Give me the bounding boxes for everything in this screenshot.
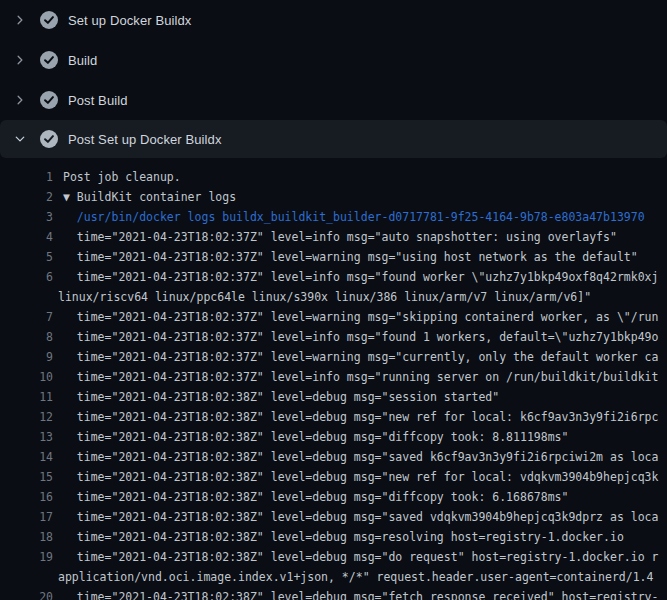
check-circle-icon	[40, 51, 58, 69]
chevron-down-icon	[12, 131, 28, 147]
log-line-text: time="2021-04-23T18:02:37Z" level=warnin…	[53, 307, 667, 327]
step-label: Build	[68, 53, 97, 68]
check-circle-icon	[40, 130, 58, 148]
log-line-number[interactable]: 19	[0, 547, 53, 567]
log-line-text: time="2021-04-23T18:02:38Z" level=debug …	[53, 467, 667, 487]
log-line-number[interactable]: 2	[0, 187, 53, 207]
log-line-text: time="2021-04-23T18:02:38Z" level=debug …	[53, 587, 667, 600]
log-line: 1 Post job cleanup.	[0, 167, 667, 187]
log-line-text: time="2021-04-23T18:02:37Z" level=warnin…	[53, 247, 667, 267]
log-line-text: time="2021-04-23T18:02:37Z" level=info m…	[53, 267, 667, 287]
log-line: 19 time="2021-04-23T18:02:38Z" level=deb…	[0, 547, 667, 567]
log-line: 16 time="2021-04-23T18:02:38Z" level=deb…	[0, 487, 667, 507]
log-line-command: 3 /usr/bin/docker logs buildx_buildkit_b…	[0, 207, 667, 227]
log-line: 9 time="2021-04-23T18:02:37Z" level=warn…	[0, 347, 667, 367]
log-line-number[interactable]: 10	[0, 367, 53, 387]
log-line-text: /usr/bin/docker logs buildx_buildkit_bui…	[53, 207, 667, 227]
log-line-text: linux/riscv64 linux/ppc64le linux/s390x …	[53, 287, 667, 307]
log-line-number[interactable]: 20	[0, 587, 53, 600]
log-line-number[interactable]: 4	[0, 227, 53, 247]
log-line-number[interactable]: 9	[0, 347, 53, 367]
check-circle-icon	[40, 91, 58, 109]
steps-list: Set up Docker Buildx Build Post Build Po…	[0, 0, 667, 158]
step-label: Post Build	[68, 93, 128, 108]
check-circle-icon	[40, 11, 58, 29]
log-line-text: time="2021-04-23T18:02:37Z" level=info m…	[53, 367, 667, 387]
log-line-text: time="2021-04-23T18:02:37Z" level=info m…	[53, 327, 667, 347]
log-line-number[interactable]: 13	[0, 427, 53, 447]
log-line: 20 time="2021-04-23T18:02:38Z" level=deb…	[0, 587, 667, 600]
step-header-post-build[interactable]: Post Build	[0, 80, 667, 120]
step-label: Post Set up Docker Buildx	[68, 132, 222, 147]
step-header-set-up-docker-buildx[interactable]: Set up Docker Buildx	[0, 0, 667, 40]
log-line-text: application/vnd.oci.image.index.v1+json,…	[53, 567, 667, 587]
log-line-number[interactable]: 6	[0, 267, 53, 287]
log-line-text: time="2021-04-23T18:02:38Z" level=debug …	[53, 387, 667, 407]
log-line-text[interactable]: ▼ BuildKit container logs	[53, 187, 667, 207]
log-line-text: time="2021-04-23T18:02:38Z" level=debug …	[53, 547, 667, 567]
log-line-text: time="2021-04-23T18:02:38Z" level=debug …	[53, 487, 667, 507]
log-viewer: 1 Post job cleanup. 2 ▼ BuildKit contain…	[0, 160, 667, 600]
log-line-continuation: application/vnd.oci.image.index.v1+json,…	[0, 567, 667, 587]
log-line-text: Post job cleanup.	[53, 167, 667, 187]
log-line: 6 time="2021-04-23T18:02:37Z" level=info…	[0, 267, 667, 287]
chevron-right-icon	[12, 12, 28, 28]
log-line-continuation: linux/riscv64 linux/ppc64le linux/s390x …	[0, 287, 667, 307]
log-line: 13 time="2021-04-23T18:02:38Z" level=deb…	[0, 427, 667, 447]
log-line-number[interactable]: 17	[0, 507, 53, 527]
log-line-text: time="2021-04-23T18:02:38Z" level=debug …	[53, 447, 667, 467]
log-line: 4 time="2021-04-23T18:02:37Z" level=info…	[0, 227, 667, 247]
step-header-post-set-up-docker-buildx[interactable]: Post Set up Docker Buildx	[0, 120, 667, 158]
log-line-number[interactable]: 15	[0, 467, 53, 487]
log-line: 17 time="2021-04-23T18:02:38Z" level=deb…	[0, 507, 667, 527]
step-header-build[interactable]: Build	[0, 40, 667, 80]
log-line-number[interactable]: 16	[0, 487, 53, 507]
log-line-number[interactable]: 11	[0, 387, 53, 407]
log-line: 11 time="2021-04-23T18:02:38Z" level=deb…	[0, 387, 667, 407]
log-line-text: time="2021-04-23T18:02:37Z" level=info m…	[53, 227, 667, 247]
log-line: 14 time="2021-04-23T18:02:38Z" level=deb…	[0, 447, 667, 467]
chevron-right-icon	[12, 92, 28, 108]
log-line: 7 time="2021-04-23T18:02:37Z" level=warn…	[0, 307, 667, 327]
log-line-number[interactable]: 7	[0, 307, 53, 327]
log-line-number[interactable]: 18	[0, 527, 53, 547]
log-line: 8 time="2021-04-23T18:02:37Z" level=info…	[0, 327, 667, 347]
log-line-text: time="2021-04-23T18:02:38Z" level=debug …	[53, 427, 667, 447]
log-line-number[interactable]: 14	[0, 447, 53, 467]
log-line-text: time="2021-04-23T18:02:37Z" level=warnin…	[53, 347, 667, 367]
log-line-text: time="2021-04-23T18:02:38Z" level=debug …	[53, 407, 667, 427]
log-line: 15 time="2021-04-23T18:02:38Z" level=deb…	[0, 467, 667, 487]
log-line-text: time="2021-04-23T18:02:38Z" level=debug …	[53, 527, 667, 547]
log-line-text: time="2021-04-23T18:02:38Z" level=debug …	[53, 507, 667, 527]
chevron-right-icon	[12, 52, 28, 68]
log-line-number[interactable]: 12	[0, 407, 53, 427]
log-line-number	[0, 287, 53, 307]
log-line-number[interactable]: 1	[0, 167, 53, 187]
step-label: Set up Docker Buildx	[68, 13, 191, 28]
log-line: 18 time="2021-04-23T18:02:38Z" level=deb…	[0, 527, 667, 547]
log-line: 12 time="2021-04-23T18:02:38Z" level=deb…	[0, 407, 667, 427]
log-line-number[interactable]: 8	[0, 327, 53, 347]
log-line: 5 time="2021-04-23T18:02:37Z" level=warn…	[0, 247, 667, 267]
log-line: 10 time="2021-04-23T18:02:37Z" level=inf…	[0, 367, 667, 387]
log-line-number[interactable]: 5	[0, 247, 53, 267]
log-line-number	[0, 567, 53, 587]
log-group-toggle: 2 ▼ BuildKit container logs	[0, 187, 667, 207]
log-line-number[interactable]: 3	[0, 207, 53, 227]
